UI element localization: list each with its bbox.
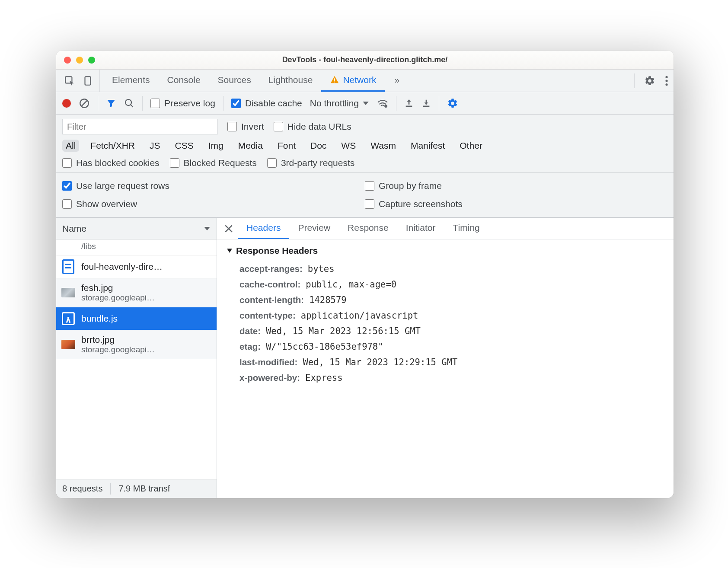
divider — [634, 73, 635, 88]
inspect-element-icon[interactable] — [64, 75, 75, 86]
minimize-window[interactable] — [76, 57, 83, 64]
blocked-requests-checkbox[interactable]: Blocked Requests — [170, 158, 257, 168]
header-name: date: — [239, 326, 261, 336]
header-row: cache-control:public, max-age=0 — [227, 277, 674, 292]
settings-gear-icon[interactable] — [644, 75, 655, 86]
tab-network[interactable]: Network — [321, 70, 385, 92]
panel-tabs: ElementsConsoleSourcesLighthouseNetwork — [100, 70, 388, 92]
status-requests: 8 requests — [62, 484, 102, 494]
request-name: bundle.js — [81, 313, 118, 324]
throttling-select[interactable]: No throttling — [310, 98, 369, 108]
close-detail-icon[interactable] — [220, 218, 238, 239]
resource-type-filters: AllFetch/XHRJSCSSImgMediaFontDocWSWasmMa… — [56, 137, 674, 154]
third-party-checkbox[interactable]: 3rd-party requests — [267, 158, 354, 168]
group-by-frame-checkbox[interactable]: Group by frame — [365, 181, 667, 191]
tab-sources[interactable]: Sources — [209, 70, 260, 92]
svg-point-4 — [665, 76, 667, 78]
panel-tabs-row: ElementsConsoleSourcesLighthouseNetwork … — [56, 70, 674, 92]
svg-rect-12 — [423, 105, 430, 107]
status-transfer: 7.9 MB transf — [118, 484, 170, 494]
hide-data-urls-label: Hide data URLs — [287, 121, 351, 132]
detail-tab-response[interactable]: Response — [339, 218, 397, 239]
filter-icon[interactable] — [106, 98, 116, 108]
header-value: Express — [305, 373, 342, 383]
hide-data-urls-input[interactable] — [274, 122, 283, 131]
script-icon — [62, 312, 75, 325]
request-row[interactable]: foul-heavenly-dire… — [56, 255, 217, 278]
requests-pane: Name /libsfoul-heavenly-dire…fesh.jpgsto… — [56, 218, 217, 498]
zoom-window[interactable] — [88, 57, 95, 64]
type-filter-js[interactable]: JS — [146, 140, 164, 152]
header-name: accept-ranges: — [239, 264, 303, 274]
type-filter-fetch-xhr[interactable]: Fetch/XHR — [87, 140, 138, 152]
throttling-label: No throttling — [310, 98, 359, 108]
svg-point-5 — [665, 80, 667, 82]
detail-tab-headers[interactable]: Headers — [238, 218, 289, 239]
detail-tabs: HeadersPreviewResponseInitiatorTiming — [217, 218, 674, 239]
preserve-log-input[interactable] — [150, 99, 160, 108]
type-filter-all[interactable]: All — [62, 140, 79, 152]
show-overview-checkbox[interactable]: Show overview — [62, 199, 365, 209]
tab-console[interactable]: Console — [159, 70, 209, 92]
request-row[interactable]: bundle.js — [56, 307, 217, 330]
has-blocked-cookies-checkbox[interactable]: Has blocked cookies — [62, 158, 160, 168]
type-filter-other[interactable]: Other — [456, 140, 486, 152]
request-name: /libs — [81, 242, 96, 251]
response-headers-section[interactable]: Response Headers — [227, 246, 674, 256]
import-har-icon[interactable] — [404, 99, 414, 108]
svg-rect-1 — [85, 77, 91, 85]
request-row[interactable]: /libs — [56, 239, 217, 255]
disclosure-triangle-icon — [227, 248, 233, 254]
disable-cache-input[interactable] — [231, 99, 241, 108]
record-button[interactable] — [62, 99, 71, 108]
filter-input[interactable] — [62, 119, 218, 134]
device-toolbar-icon[interactable] — [82, 75, 93, 86]
header-row: accept-ranges:bytes — [227, 261, 674, 277]
request-name: foul-heavenly-dire… — [81, 262, 163, 272]
header-value: Wed, 15 Mar 2023 12:29:15 GMT — [303, 357, 457, 367]
divider — [396, 96, 396, 111]
detail-tab-preview[interactable]: Preview — [289, 218, 339, 239]
name-column-header[interactable]: Name — [56, 218, 217, 239]
chevrons-right-icon: » — [394, 75, 399, 85]
tab-elements[interactable]: Elements — [103, 70, 159, 92]
header-row: x-powered-by:Express — [227, 370, 674, 386]
export-har-icon[interactable] — [421, 99, 431, 108]
header-row: last-modified:Wed, 15 Mar 2023 12:29:15 … — [227, 354, 674, 370]
type-filter-manifest[interactable]: Manifest — [407, 140, 448, 152]
invert-checkbox[interactable]: Invert — [227, 121, 264, 132]
hide-data-urls-checkbox[interactable]: Hide data URLs — [274, 121, 351, 132]
preserve-log-checkbox[interactable]: Preserve log — [150, 98, 215, 108]
request-row[interactable]: fesh.jpgstorage.googleapi… — [56, 278, 217, 307]
more-tabs-button[interactable]: » — [388, 70, 406, 92]
detail-tab-initiator[interactable]: Initiator — [397, 218, 444, 239]
search-icon[interactable] — [124, 98, 134, 108]
header-name: content-type: — [239, 310, 296, 321]
invert-input[interactable] — [227, 122, 237, 131]
type-filter-img[interactable]: Img — [205, 140, 227, 152]
disable-cache-checkbox[interactable]: Disable cache — [231, 98, 302, 108]
close-window[interactable] — [64, 57, 71, 64]
view-options: Use large request rows Group by frame Sh… — [56, 173, 674, 217]
kebab-menu-icon[interactable] — [665, 75, 668, 86]
network-settings-gear-icon[interactable] — [447, 98, 458, 109]
response-headers-title: Response Headers — [236, 246, 318, 256]
divider — [142, 96, 143, 111]
network-conditions-icon[interactable] — [377, 99, 388, 108]
type-filter-wasm[interactable]: Wasm — [367, 140, 399, 152]
request-row[interactable]: brrto.jpgstorage.googleapi… — [56, 330, 217, 359]
type-filter-doc[interactable]: Doc — [307, 140, 330, 152]
large-rows-checkbox[interactable]: Use large request rows — [62, 181, 365, 191]
clear-icon[interactable] — [79, 98, 90, 109]
network-toolbar: Preserve log Disable cache No throttling — [56, 92, 674, 115]
capture-screenshots-checkbox[interactable]: Capture screenshots — [365, 199, 667, 209]
request-domain: storage.googleapi… — [81, 293, 155, 303]
type-filter-media[interactable]: Media — [235, 140, 266, 152]
tab-lighthouse[interactable]: Lighthouse — [260, 70, 322, 92]
type-filter-ws[interactable]: WS — [338, 140, 359, 152]
detail-tab-timing[interactable]: Timing — [444, 218, 489, 239]
type-filter-css[interactable]: CSS — [172, 140, 197, 152]
svg-line-10 — [131, 105, 133, 107]
content-split: Name /libsfoul-heavenly-dire…fesh.jpgsto… — [56, 217, 674, 498]
type-filter-font[interactable]: Font — [274, 140, 299, 152]
